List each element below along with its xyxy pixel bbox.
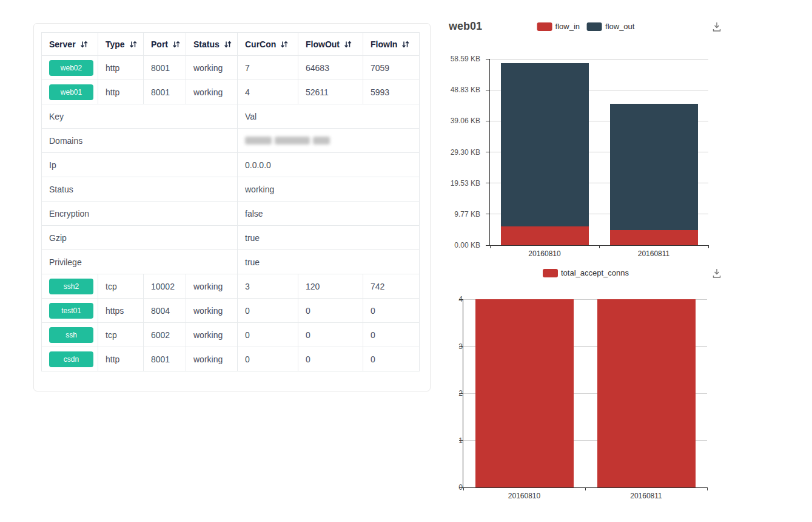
flow-in-swatch bbox=[537, 22, 552, 31]
server-button-ssh2[interactable]: ssh2 bbox=[49, 279, 93, 294]
x-axis-tick bbox=[599, 245, 600, 248]
cell-port: 8001 bbox=[144, 56, 186, 80]
column-header-type[interactable]: Type bbox=[98, 33, 144, 56]
redacted-blob bbox=[245, 137, 272, 144]
kv-key-domains: Domains bbox=[42, 129, 238, 153]
x-axis-label-20160811: 20160811 bbox=[619, 492, 674, 500]
table-row-web02: web02http8001working7646837059 bbox=[42, 56, 420, 80]
cell-type: http bbox=[98, 56, 144, 80]
legend-item-flow-in[interactable]: flow_in bbox=[537, 22, 580, 31]
column-header-label: FlowIn bbox=[371, 39, 397, 49]
cell-type: tcp bbox=[98, 323, 144, 347]
server-table: ServerTypePortStatusCurConFlowOutFlowIn … bbox=[41, 32, 420, 371]
cell-flowin: 742 bbox=[363, 274, 420, 299]
legend-item-total-accept-conns[interactable]: total_accept_conns bbox=[543, 269, 629, 277]
y-axis-label: 48.83 KB bbox=[451, 86, 480, 94]
x-axis-tick bbox=[463, 487, 464, 490]
x-axis-label-20160810: 20160810 bbox=[517, 249, 572, 258]
bar-20160810-total_accept_conns bbox=[475, 299, 574, 487]
conns-chart: total_accept_conns 01234 201608102016081… bbox=[433, 265, 723, 512]
save-as-image-icon[interactable] bbox=[711, 21, 723, 33]
kv-header-val: Val bbox=[238, 104, 420, 129]
cell-server: ssh2 bbox=[42, 274, 98, 299]
server-button-csdn[interactable]: csdn bbox=[49, 351, 93, 367]
conns-chart-legend: total_accept_conns bbox=[543, 269, 629, 277]
x-axis-tick bbox=[707, 487, 708, 490]
bar-20160811-flow_out bbox=[610, 104, 698, 230]
cell-flowin: 7059 bbox=[363, 56, 420, 80]
sort-arrows-icon bbox=[172, 41, 180, 48]
x-axis-tick bbox=[585, 487, 586, 490]
chart-title: web01 bbox=[449, 20, 482, 33]
cell-curcon: 0 bbox=[238, 299, 298, 323]
cell-flowout: 120 bbox=[298, 274, 363, 299]
gridline bbox=[490, 59, 708, 59]
column-header-port[interactable]: Port bbox=[144, 33, 186, 56]
column-header-server[interactable]: Server bbox=[42, 33, 98, 56]
column-header-flowin[interactable]: FlowIn bbox=[363, 33, 420, 56]
cell-flowin: 5993 bbox=[363, 80, 420, 104]
table-row-gzip: Gziptrue bbox=[42, 226, 420, 250]
cell-server: web02 bbox=[42, 56, 98, 80]
table-row-ip: Ip0.0.0.0 bbox=[42, 153, 420, 177]
y-axis-tick bbox=[486, 59, 489, 59]
cell-port: 6002 bbox=[144, 323, 186, 347]
cell-status: working bbox=[186, 299, 238, 323]
cell-type: tcp bbox=[98, 274, 144, 299]
server-button-test01[interactable]: test01 bbox=[49, 303, 93, 319]
y-axis-tick bbox=[486, 245, 489, 246]
kv-key-privilege: Privilege bbox=[42, 250, 238, 274]
flow-out-swatch bbox=[587, 22, 602, 31]
y-axis-tick bbox=[459, 487, 463, 488]
sort-arrows-icon bbox=[80, 41, 88, 48]
sort-arrows-icon bbox=[224, 41, 232, 48]
x-axis-label-20160811: 20160811 bbox=[626, 249, 681, 258]
column-header-label: Type bbox=[106, 39, 125, 49]
y-axis-label: 29.30 KB bbox=[451, 148, 480, 157]
column-header-label: Server bbox=[49, 39, 76, 49]
column-header-curcon[interactable]: CurCon bbox=[238, 33, 298, 56]
cell-status: working bbox=[186, 56, 238, 80]
table-row-web01: web01http8001working4526115993 bbox=[42, 80, 420, 104]
y-axis-label: 58.59 KB bbox=[451, 55, 480, 63]
kv-key-ip: Ip bbox=[42, 153, 238, 177]
kv-val-encryption: false bbox=[238, 202, 420, 226]
table-row-status: Statusworking bbox=[42, 177, 420, 202]
cell-status: working bbox=[186, 323, 238, 347]
table-row-privilege: Privilegetrue bbox=[42, 250, 420, 274]
table-row-encryption: Encryptionfalse bbox=[42, 202, 420, 226]
cell-server: test01 bbox=[42, 299, 98, 323]
column-header-status[interactable]: Status bbox=[186, 33, 238, 56]
legend-label: flow_out bbox=[605, 22, 634, 31]
legend-label: total_accept_conns bbox=[561, 269, 629, 277]
column-header-flowout[interactable]: FlowOut bbox=[298, 33, 363, 56]
total-accept-conns-swatch bbox=[543, 269, 558, 277]
sort-arrows-icon bbox=[280, 41, 288, 48]
x-axis-tick bbox=[708, 245, 709, 248]
y-axis-tick bbox=[486, 90, 489, 90]
cell-type: http bbox=[98, 80, 144, 104]
cell-flowin: 0 bbox=[363, 347, 420, 371]
cell-port: 8001 bbox=[144, 347, 186, 371]
x-axis-label-20160810: 20160810 bbox=[497, 492, 552, 500]
server-button-web02[interactable]: web02 bbox=[49, 60, 93, 76]
x-axis-tick bbox=[490, 245, 491, 248]
y-axis-label: 9.77 KB bbox=[454, 210, 480, 219]
server-button-web01[interactable]: web01 bbox=[49, 84, 93, 100]
legend-item-flow-out[interactable]: flow_out bbox=[587, 22, 634, 31]
cell-flowout: 52611 bbox=[298, 80, 363, 104]
cell-flowin: 0 bbox=[363, 299, 420, 323]
save-as-image-icon[interactable] bbox=[711, 267, 723, 279]
y-axis-tick bbox=[486, 121, 489, 121]
server-button-ssh[interactable]: ssh bbox=[49, 327, 93, 343]
sort-arrows-icon bbox=[401, 41, 409, 48]
column-header-label: Port bbox=[151, 39, 168, 49]
redacted-blob bbox=[313, 137, 330, 144]
bar-20160811-flow_in bbox=[610, 230, 698, 245]
cell-curcon: 0 bbox=[238, 323, 298, 347]
cell-type: http bbox=[98, 347, 144, 371]
table-header-row: ServerTypePortStatusCurConFlowOutFlowIn bbox=[42, 33, 420, 56]
kv-val-gzip: true bbox=[238, 226, 420, 250]
y-axis-tick bbox=[459, 346, 463, 347]
table-row-ssh2: ssh2tcp10002working3120742 bbox=[42, 274, 420, 299]
